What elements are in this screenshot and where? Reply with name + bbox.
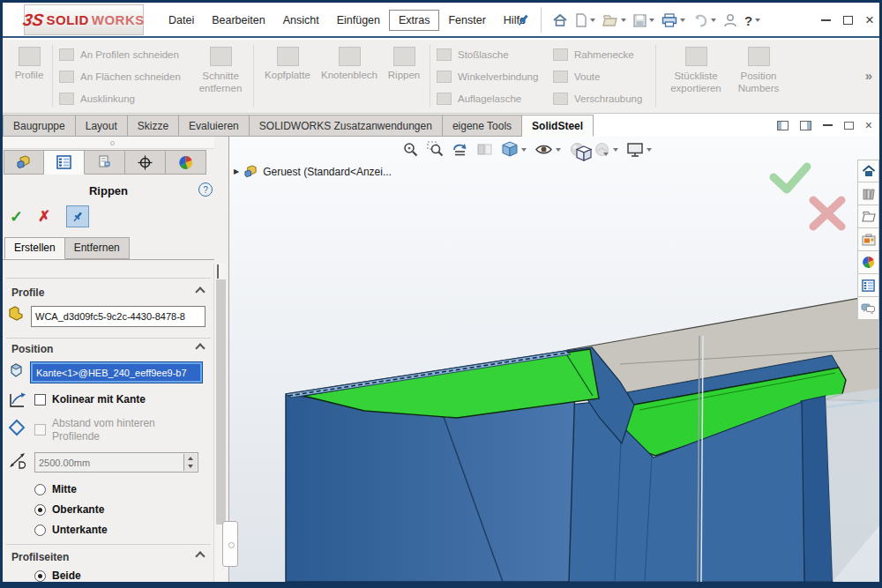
menu-pin-icon[interactable] bbox=[512, 10, 534, 31]
stosslasche-button[interactable]: Stoßlasche bbox=[437, 48, 509, 61]
section-view-icon[interactable] bbox=[476, 141, 493, 158]
new-document-icon[interactable] bbox=[572, 11, 598, 29]
knotenblech-button[interactable]: Knotenblech bbox=[317, 47, 382, 80]
auflagelasche-button[interactable]: Auflagelasche bbox=[437, 93, 521, 105]
document-minimize-icon[interactable] bbox=[823, 124, 833, 126]
pm-pin-button[interactable] bbox=[66, 205, 89, 227]
featuremanager-tree-tab[interactable] bbox=[4, 150, 44, 175]
collapse-chevron-icon[interactable] bbox=[195, 551, 205, 561]
tab-layout[interactable]: Layout bbox=[76, 115, 128, 137]
tab-evaluieren[interactable]: Evaluieren bbox=[179, 115, 250, 137]
panel-splitter-handle[interactable] bbox=[222, 521, 238, 567]
display-style-caret[interactable] bbox=[603, 153, 609, 156]
scroll-up-icon[interactable] bbox=[216, 266, 219, 279]
profile-section-header[interactable]: Profile bbox=[11, 287, 44, 299]
pm-help-icon[interactable]: ? bbox=[198, 182, 213, 197]
document-close-icon[interactable]: × bbox=[865, 118, 872, 132]
print-caret[interactable] bbox=[680, 19, 685, 22]
view-settings-icon[interactable] bbox=[626, 142, 652, 158]
menu-datei[interactable]: Datei bbox=[160, 11, 203, 30]
toggle-right-pane-icon[interactable] bbox=[800, 121, 811, 130]
colinear-checkbox[interactable] bbox=[34, 394, 46, 406]
edge-selection-field[interactable]: Kante<1>@HEB_240_eeff9ee9-b7 bbox=[31, 362, 202, 383]
stueckliste-exportieren-button[interactable]: Stückliste exportieren bbox=[664, 47, 728, 95]
tab-skizze[interactable]: Skizze bbox=[128, 115, 179, 137]
menu-bearbeiten[interactable]: Bearbeiten bbox=[203, 11, 273, 30]
design-library-books-icon[interactable] bbox=[857, 182, 879, 205]
undo-caret[interactable] bbox=[711, 19, 716, 22]
window-minimize-icon[interactable] bbox=[821, 19, 831, 21]
undo-icon[interactable] bbox=[690, 12, 719, 29]
window-maximize-icon[interactable] bbox=[843, 16, 853, 25]
winkelverbindung-button[interactable]: Winkelverbindung bbox=[437, 71, 538, 83]
feature-tree-root[interactable]: ▶ Geruest (Standard<Anzei... bbox=[234, 165, 392, 178]
tab-baugruppe[interactable]: Baugruppe bbox=[3, 115, 76, 137]
home-tab-icon[interactable] bbox=[857, 160, 879, 182]
toolbox-icon[interactable] bbox=[857, 228, 879, 251]
menu-fenster[interactable]: Fenster bbox=[439, 11, 494, 30]
tab-solidsteel[interactable]: SolidSteel bbox=[522, 115, 594, 137]
model-canvas[interactable] bbox=[229, 137, 879, 582]
graphics-viewport[interactable]: ▶ Geruest (Standard<Anzei... bbox=[229, 137, 879, 582]
zoom-area-icon[interactable] bbox=[427, 141, 444, 158]
open-icon[interactable] bbox=[600, 12, 629, 29]
voute-button[interactable]: Voute bbox=[553, 71, 600, 83]
view-settings-caret[interactable] bbox=[647, 148, 652, 152]
radio-mitte[interactable] bbox=[34, 484, 46, 495]
tab-eigene-tools[interactable]: eigene Tools bbox=[443, 115, 522, 137]
user-icon[interactable] bbox=[721, 11, 740, 29]
menu-extras[interactable]: Extras bbox=[389, 10, 439, 31]
community-forum-icon[interactable] bbox=[857, 297, 879, 320]
an-profilen-schneiden-button[interactable]: An Profilen schneiden bbox=[59, 48, 179, 61]
configurationmanager-tab[interactable] bbox=[85, 150, 125, 175]
ausklinkung-button[interactable]: Ausklinkung bbox=[59, 93, 135, 105]
position-numbers-button[interactable]: Position Numbers bbox=[731, 47, 786, 95]
view-orientation-icon[interactable] bbox=[501, 141, 527, 158]
file-explorer-icon[interactable] bbox=[857, 205, 879, 228]
toggle-left-pane-icon[interactable] bbox=[777, 121, 789, 130]
new-document-caret[interactable] bbox=[590, 19, 595, 22]
view-orientation-caret[interactable] bbox=[521, 148, 527, 152]
print-icon[interactable] bbox=[659, 11, 688, 29]
tab-entfernen[interactable]: Entfernen bbox=[65, 237, 130, 259]
save-caret[interactable] bbox=[649, 19, 654, 22]
document-restore-icon[interactable] bbox=[844, 122, 854, 130]
position-section-header[interactable]: Position bbox=[11, 343, 53, 355]
menu-ansicht[interactable]: Ansicht bbox=[274, 11, 328, 30]
radio-beide[interactable] bbox=[34, 570, 46, 582]
radio-unterkante[interactable] bbox=[34, 525, 46, 536]
profilseiten-section-header[interactable]: Profilseiten bbox=[11, 551, 69, 563]
an-flaechen-schneiden-button[interactable]: An Flächen schneiden bbox=[59, 71, 181, 83]
home-icon[interactable] bbox=[549, 11, 571, 29]
profile-button[interactable]: Profile bbox=[10, 47, 49, 80]
tab-erstellen[interactable]: Erstellen bbox=[4, 237, 65, 259]
rippen-button[interactable]: Rippen bbox=[384, 47, 424, 80]
panel-grip[interactable] bbox=[3, 137, 214, 149]
display-manager-tab[interactable] bbox=[166, 150, 206, 175]
menu-einfuegen[interactable]: Einfügen bbox=[328, 11, 389, 30]
pm-cancel-icon[interactable]: ✗ bbox=[38, 207, 50, 226]
tree-expand-icon[interactable]: ▶ bbox=[234, 167, 239, 175]
spin-up-icon[interactable] bbox=[184, 454, 197, 463]
ribbon-overflow-chevron[interactable]: » bbox=[865, 68, 872, 83]
tab-zusatzanwendungen[interactable]: SOLIDWORKS Zusatzanwendungen bbox=[250, 115, 443, 137]
propertymanager-tab[interactable] bbox=[44, 150, 85, 175]
save-icon[interactable] bbox=[631, 12, 657, 29]
apply-scene-caret[interactable] bbox=[613, 148, 618, 152]
web-portal-icon[interactable] bbox=[857, 251, 879, 274]
profile-value-field[interactable]: WCA_d3d09fc5-9c2c-4430-8478-8 bbox=[31, 306, 206, 327]
spin-down-icon[interactable] bbox=[184, 463, 197, 472]
schnitte-entfernen-button[interactable]: Schnitte entfernen bbox=[193, 47, 248, 95]
distance-spinner[interactable] bbox=[183, 454, 197, 471]
help-icon[interactable]: ? bbox=[742, 11, 763, 30]
radio-oberkante[interactable] bbox=[34, 504, 46, 516]
hide-show-items-icon[interactable] bbox=[534, 142, 561, 157]
window-close-icon[interactable]: × bbox=[865, 11, 874, 29]
display-style-icon[interactable] bbox=[575, 145, 609, 162]
distance-field[interactable]: 2500.00mm bbox=[34, 452, 198, 473]
verschraubung-button[interactable]: Verschraubung bbox=[553, 93, 642, 105]
rahmenecke-button[interactable]: Rahmenecke bbox=[553, 48, 634, 61]
collapse-chevron-icon[interactable] bbox=[195, 287, 205, 296]
dimxpert-tab[interactable] bbox=[125, 150, 166, 175]
hide-show-caret[interactable] bbox=[556, 148, 561, 152]
